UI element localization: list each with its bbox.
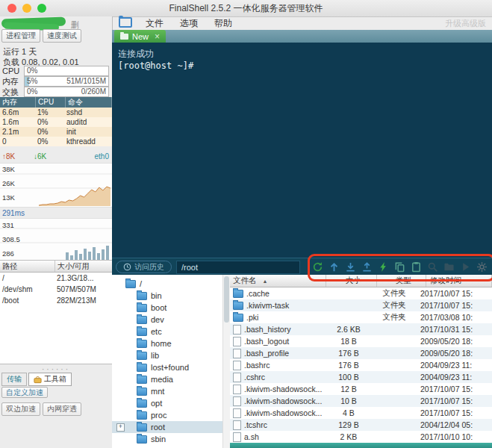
meter-detail: 51M/1015M <box>66 77 106 85</box>
disk-row[interactable]: /dev/shm507M/507M <box>0 284 112 295</box>
process-header-cell[interactable]: 命令 <box>66 97 112 108</box>
meter-label: 内存 <box>0 76 24 87</box>
process-cpu: 0% <box>35 137 64 146</box>
net-tick-label: 26K <box>2 179 15 187</box>
file-row[interactable]: .kiwivm-task文件夹2017/10/07 15: <box>230 299 492 311</box>
settings-icon[interactable] <box>476 261 488 273</box>
open-folder-icon[interactable] <box>443 261 455 273</box>
tree-item[interactable]: +root <box>112 421 230 433</box>
process-row[interactable]: 2.1m0%init <box>0 127 112 137</box>
file-row[interactable]: .bashrc176 B2004/09/23 11: <box>230 359 492 371</box>
horizontal-scrollbar[interactable] <box>230 443 492 448</box>
search-icon[interactable] <box>426 261 438 273</box>
accel-button[interactable]: 双边加速 <box>1 402 40 416</box>
file-row[interactable]: .cshrc100 B2004/09/23 11: <box>230 371 492 383</box>
file-row[interactable]: .bash_profile176 B2009/05/20 18: <box>230 347 492 359</box>
tree-item[interactable]: mnt <box>112 385 230 397</box>
toolbox-icon <box>34 376 42 384</box>
disk-row[interactable]: /boot282M/213M <box>0 295 112 306</box>
meter-detail: 0/260M <box>81 87 106 96</box>
tree-item[interactable]: bin <box>112 290 230 302</box>
file-size-cell: 129 B <box>326 419 372 431</box>
folder-icon <box>137 435 147 444</box>
file-row[interactable]: .kiwivm-shadowsock...10 B2017/10/07 15: <box>230 395 492 407</box>
file-row[interactable]: .kiwivm-shadowsock...12 B2017/10/07 15: <box>230 383 492 395</box>
tree-item[interactable]: media <box>112 373 230 385</box>
disk-row[interactable]: /21.3G/18... <box>0 273 112 284</box>
custom-accel-button[interactable]: 自定义加速 <box>1 387 48 398</box>
process-header-cell[interactable]: 内存 <box>0 97 36 108</box>
accel-button[interactable]: 内网穿透 <box>43 402 81 416</box>
file-row[interactable]: .tcshrc129 B2004/12/04 05: <box>230 419 492 431</box>
tree-item-label: sbin <box>151 435 166 444</box>
file-name-cell: .bashrc <box>230 359 326 371</box>
file-header-cell[interactable]: 修改时间 <box>426 275 492 287</box>
terminal-output[interactable]: 连接成功[root@host ~]# <box>112 43 492 263</box>
file-row[interactable]: a.sh2 KB2017/10/10 10: <box>230 431 492 443</box>
file-row[interactable]: .bash_history2.6 KB2017/10/31 15: <box>230 323 492 335</box>
sidebar-tool-button[interactable]: 速度测试 <box>43 29 81 43</box>
history-button[interactable]: 访问历史 <box>116 261 172 273</box>
disk-header-size[interactable]: 大小/可用 <box>55 261 112 272</box>
menu-item[interactable]: 帮助 <box>214 17 232 30</box>
close-window-button[interactable] <box>7 4 16 13</box>
tree-item[interactable]: lib <box>112 349 230 361</box>
file-row[interactable]: .pki文件夹2017/03/08 10: <box>230 311 492 323</box>
file-row[interactable]: .cache文件夹2017/10/07 15: <box>230 287 492 299</box>
upgrade-link[interactable]: 升级高级版 <box>445 18 486 29</box>
arrow-up-icon[interactable] <box>328 261 340 273</box>
process-cmd: init <box>64 128 112 136</box>
menu-item[interactable]: 选项 <box>180 17 198 30</box>
tab-transfer[interactable]: 传输 <box>1 373 27 386</box>
terminal-tab-new[interactable]: New × <box>114 30 166 43</box>
menu-item[interactable]: 文件 <box>146 17 164 30</box>
tree-item[interactable]: home <box>112 337 230 349</box>
minimize-window-button[interactable] <box>22 4 31 13</box>
file-header-cell[interactable]: 类型 <box>377 275 426 287</box>
file-type-cell: 文件夹 <box>372 299 417 311</box>
ping-graph: 331308.5286 <box>0 218 112 261</box>
scrollbar-thumb[interactable] <box>224 276 229 323</box>
expander-icon[interactable]: + <box>116 423 125 432</box>
connections-folder-icon[interactable] <box>119 17 132 30</box>
tree-item[interactable]: / <box>112 278 230 290</box>
tree-item-label: lib <box>151 351 159 360</box>
tab-close-icon[interactable]: × <box>155 32 160 41</box>
disk-path: /boot <box>0 296 55 305</box>
file-row[interactable]: .kiwivm-shadowsock...4 B2017/10/07 15: <box>230 407 492 419</box>
tree-item[interactable]: dev <box>112 314 230 326</box>
download-icon[interactable] <box>344 261 356 273</box>
sidebar-tool-button[interactable]: 进程管理 <box>1 29 40 43</box>
zoom-window-button[interactable] <box>37 4 46 13</box>
folder-icon <box>233 290 243 298</box>
process-header-cell[interactable]: CPU <box>36 97 66 108</box>
tree-item[interactable]: lost+found <box>112 361 230 373</box>
tree-item[interactable]: opt <box>112 397 230 409</box>
copy-icon[interactable] <box>393 261 405 273</box>
run-icon[interactable] <box>459 261 471 273</box>
tree-item[interactable]: sbin <box>112 433 230 445</box>
lightning-icon[interactable] <box>377 261 389 273</box>
refresh-icon[interactable] <box>311 261 323 273</box>
file-time-cell: 2017/10/07 15: <box>417 395 492 407</box>
process-row[interactable]: 00%kthreadd <box>0 137 112 146</box>
process-row[interactable]: 6.6m1%sshd <box>0 108 112 117</box>
paste-icon[interactable] <box>410 261 422 273</box>
process-mem: 1.6m <box>0 118 35 126</box>
tree-item[interactable]: proc <box>112 409 230 421</box>
file-header-cell[interactable]: 大小 <box>326 275 377 287</box>
disk-header-path[interactable]: 路径 <box>0 261 55 272</box>
tab-toolbox[interactable]: 工具箱 <box>28 373 72 386</box>
upload-icon[interactable] <box>361 261 373 273</box>
file-row[interactable]: .bash_logout18 B2009/05/20 18: <box>230 335 492 347</box>
ping-tick-label: 308.5 <box>2 235 20 243</box>
file-size-cell: 2 KB <box>326 431 372 443</box>
tree-item[interactable]: boot <box>112 302 230 314</box>
process-row[interactable]: 1.6m0%auditd <box>0 117 112 127</box>
tree-scrollbar[interactable] <box>222 275 230 448</box>
interface-label: eth0 <box>95 152 109 161</box>
path-input[interactable] <box>176 261 300 274</box>
tree-item[interactable]: etc <box>112 326 230 337</box>
file-header-cell[interactable]: 文件名▲ <box>230 275 326 287</box>
file-type-cell: 文件夹 <box>372 287 417 299</box>
